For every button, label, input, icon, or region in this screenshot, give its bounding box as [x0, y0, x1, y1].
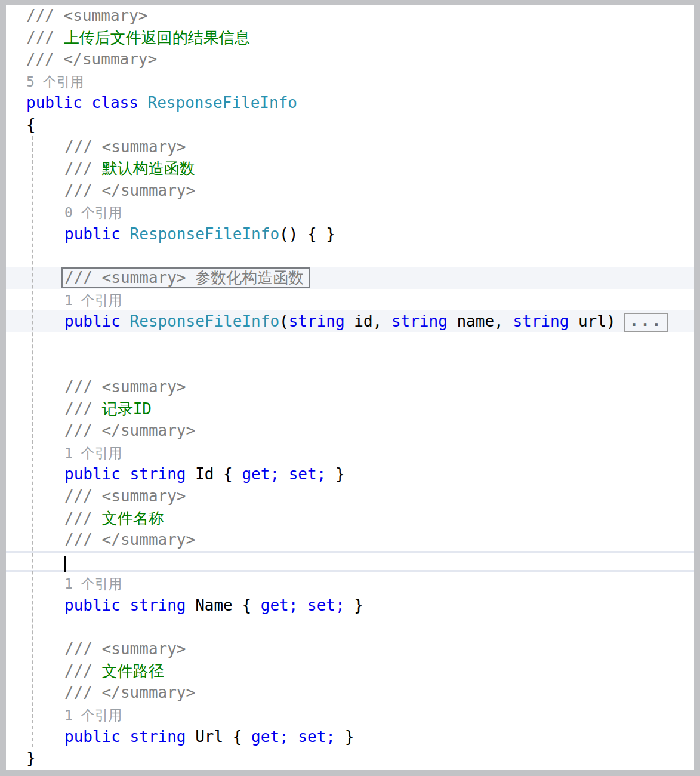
code-token: /// </summary>: [26, 50, 157, 68]
code-token: /// </summary>: [64, 683, 195, 701]
code-token: () { }: [279, 225, 335, 243]
code-token: Name {: [186, 596, 261, 614]
code-token: {: [26, 116, 36, 134]
code-token: [279, 465, 289, 483]
code-token: Url {: [186, 728, 252, 746]
code-token: /// <summary>: [64, 640, 186, 658]
code-token: /// </summary>: [64, 181, 195, 199]
code-line[interactable]: }: [6, 747, 694, 769]
code-token: 上传后文件返回的结果信息: [64, 29, 250, 47]
code-token: }: [26, 749, 36, 767]
codelens-references-link[interactable]: 1 个引用: [64, 445, 122, 461]
code-line[interactable]: /// 默认构造函数: [6, 158, 694, 180]
codelens-references-link[interactable]: 1 个引用: [64, 707, 122, 723]
current-line[interactable]: [6, 551, 694, 573]
code-token: [298, 596, 307, 614]
code-editor[interactable]: /// <summary>/// 上传后文件返回的结果信息/// </summa…: [6, 5, 694, 770]
code-token: ResponseFileInfo: [130, 225, 279, 243]
blank-line[interactable]: [6, 332, 694, 355]
code-token: }: [345, 596, 363, 614]
code-token: string: [130, 596, 186, 614]
code-line[interactable]: public ResponseFileInfo(string id, strin…: [6, 310, 694, 332]
code-token: ///: [26, 29, 64, 47]
codelens-line[interactable]: 1 个引用: [6, 442, 694, 464]
codelens-line[interactable]: 5 个引用: [6, 70, 694, 93]
code-line[interactable]: /// </summary>: [6, 682, 694, 704]
codelens-references-link[interactable]: 0 个引用: [64, 205, 122, 220]
code-line[interactable]: /// 上传后文件返回的结果信息: [6, 27, 694, 49]
indent-guide: [32, 136, 33, 747]
code-token: string: [130, 465, 186, 483]
code-token: get;: [261, 596, 298, 614]
code-line[interactable]: /// <summary>: [6, 485, 694, 507]
blank-line[interactable]: [6, 245, 694, 267]
code-token: }: [326, 465, 344, 483]
code-token: class: [92, 94, 138, 112]
code-token: /// <summary>: [64, 378, 186, 396]
code-token: string: [289, 312, 345, 330]
code-token: /// <summary> 参数化构造函数: [64, 269, 304, 287]
code-line[interactable]: public class ResponseFileInfo: [6, 92, 694, 114]
code-token: [121, 728, 130, 746]
codelens-line[interactable]: 1 个引用: [6, 704, 694, 726]
blank-line[interactable]: [6, 617, 694, 639]
code-token: /// <summary>: [64, 487, 186, 505]
code-token: url): [569, 312, 615, 330]
codelens-line[interactable]: 1 个引用: [6, 572, 694, 595]
code-line[interactable]: public string Name { get; set; }: [6, 595, 694, 617]
code-lines-container: /// <summary>/// 上传后文件返回的结果信息/// </summa…: [6, 5, 694, 769]
codelens-references-link[interactable]: 1 个引用: [64, 576, 122, 592]
code-token: /// <summary>: [64, 138, 186, 156]
codelens-references-link[interactable]: 5 个引用: [26, 74, 84, 90]
code-token: public: [64, 465, 121, 483]
code-token: [121, 465, 130, 483]
code-token: get;: [242, 465, 279, 483]
code-token: [121, 596, 130, 614]
code-token: ///: [64, 400, 102, 418]
collapsed-summary-region[interactable]: /// <summary> 参数化构造函数: [61, 267, 310, 288]
code-token: 文件名称: [102, 509, 164, 527]
code-token: ResponseFileInfo: [130, 312, 279, 330]
code-line[interactable]: /// 文件路径: [6, 660, 694, 682]
code-line[interactable]: /// <summary> 参数化构造函数: [6, 267, 694, 289]
code-line[interactable]: /// <summary>: [6, 376, 694, 398]
code-line[interactable]: {: [6, 114, 694, 136]
code-line[interactable]: /// </summary>: [6, 180, 694, 202]
code-token: set;: [289, 465, 326, 483]
code-line[interactable]: /// 文件名称: [6, 507, 694, 529]
code-line[interactable]: public string Url { get; set; }: [6, 726, 694, 748]
code-token: public: [64, 728, 121, 746]
code-token: set;: [298, 728, 335, 746]
code-token: ///: [64, 509, 102, 527]
codelens-line[interactable]: 1 个引用: [6, 289, 694, 311]
code-token: string: [130, 728, 186, 746]
code-token: Id {: [186, 465, 242, 483]
code-token: /// </summary>: [64, 531, 195, 549]
code-line[interactable]: /// <summary>: [6, 136, 694, 158]
code-token: [138, 94, 148, 112]
code-line[interactable]: /// <summary>: [6, 638, 694, 660]
collapsed-body-indicator[interactable]: ...: [624, 313, 668, 332]
codelens-line[interactable]: 0 个引用: [6, 201, 694, 223]
code-token: ///: [64, 159, 102, 177]
code-line[interactable]: /// </summary>: [6, 420, 694, 442]
code-line[interactable]: /// </summary>: [6, 529, 694, 551]
code-token: /// <summary>: [26, 7, 148, 24]
code-line[interactable]: public string Id { get; set; }: [6, 463, 694, 485]
blank-line[interactable]: [6, 355, 694, 377]
code-line[interactable]: /// </summary>: [6, 48, 694, 70]
text-caret: [64, 556, 66, 572]
codelens-references-link[interactable]: 1 个引用: [64, 292, 122, 308]
code-token: }: [335, 728, 354, 746]
code-token: ResponseFileInfo: [148, 94, 297, 112]
code-token: (: [279, 312, 289, 330]
code-token: [82, 94, 92, 112]
code-token: [121, 312, 130, 330]
code-token: get;: [251, 728, 289, 746]
code-line[interactable]: /// <summary>: [6, 5, 694, 27]
code-token: /// </summary>: [64, 421, 195, 439]
code-line[interactable]: public ResponseFileInfo() { }: [6, 223, 694, 245]
code-token: ///: [64, 662, 102, 680]
code-line[interactable]: /// 记录ID: [6, 398, 694, 420]
code-token: 文件路径: [102, 662, 164, 680]
